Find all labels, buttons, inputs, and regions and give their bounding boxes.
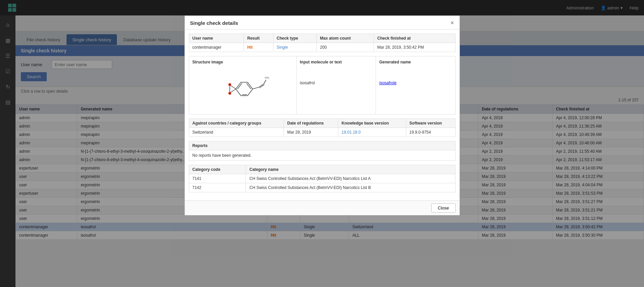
modal-footer: Close bbox=[185, 200, 460, 215]
structure-section: Structure image bbox=[189, 56, 456, 114]
category-code: 7141 bbox=[189, 174, 246, 183]
modal-check-type-val: Single bbox=[273, 43, 316, 52]
modal-username-val: contentmanager bbox=[189, 43, 244, 52]
category-name: CH Swiss Controlled Substances Act (Betm… bbox=[246, 183, 455, 192]
modal-reg-row: Switzerland Mar 28, 2019 19.01.18.0 19.9… bbox=[189, 128, 455, 137]
input-mol-cell: Input molecule or text isosafrol bbox=[297, 56, 376, 114]
modal-reg-col-kb: Knowledge base version bbox=[338, 119, 406, 128]
modal-details-table: User name Result Check type Max atom cou… bbox=[189, 34, 456, 52]
modal-reg-col-countries: Against countries / category groups bbox=[189, 119, 284, 128]
reports-title: Reports bbox=[189, 141, 455, 150]
svg-point-10 bbox=[228, 83, 231, 86]
modal-cat-col-name: Category name bbox=[246, 165, 455, 174]
reports-section: Reports No reports have been generated. bbox=[189, 141, 456, 161]
reports-body: No reports have been generated. bbox=[189, 150, 455, 160]
svg-line-13 bbox=[253, 87, 259, 89]
molecule-svg: CH 3 bbox=[216, 67, 269, 111]
modal: Single check details × User name Result … bbox=[184, 15, 460, 216]
modal-reg-countries-val: Switzerland bbox=[189, 128, 284, 137]
category-name: CH Swiss Controlled Substances Act (Betm… bbox=[246, 174, 455, 183]
modal-header: Single check details × bbox=[185, 16, 460, 30]
modal-body: User name Result Check type Max atom cou… bbox=[185, 30, 460, 200]
structure-image-area: CH 3 bbox=[192, 67, 293, 111]
svg-marker-4 bbox=[236, 82, 253, 96]
modal-categories-table: Category code Category name 7141CH Swiss… bbox=[189, 165, 456, 192]
modal-reg-kb-val: 19.01.18.0 bbox=[338, 128, 406, 137]
modal-col-check-type: Check type bbox=[273, 34, 316, 43]
svg-text:CH: CH bbox=[265, 76, 269, 79]
reports-empty-msg: No reports have been generated. bbox=[192, 153, 252, 158]
modal-regulation-table: Against countries / category groups Date… bbox=[189, 118, 456, 137]
modal-reg-col-sw: Software version bbox=[406, 119, 455, 128]
category-row: 7142CH Swiss Controlled Substances Act (… bbox=[189, 183, 455, 192]
modal-col-result: Result bbox=[244, 34, 273, 43]
modal-check-finished-val: Mar 28, 2019, 3:50:42 PM bbox=[374, 43, 455, 52]
structure-label: Structure image bbox=[192, 60, 293, 64]
modal-reg-col-date: Date of regulations bbox=[284, 119, 338, 128]
input-mol-value: isosafrol bbox=[300, 67, 373, 85]
gen-name-value: isosafrole bbox=[379, 67, 452, 85]
modal-col-max-atom: Max atom count bbox=[316, 34, 374, 43]
gen-name-cell: Generated name isosafrole bbox=[376, 56, 455, 114]
categories-body: 7141CH Swiss Controlled Substances Act (… bbox=[189, 174, 455, 192]
modal-details-header: User name Result Check type Max atom cou… bbox=[189, 34, 455, 43]
modal-reg-sw-val: 19.9.0-9754 bbox=[406, 128, 455, 137]
modal-cat-header: Category code Category name bbox=[189, 165, 455, 174]
modal-close-button[interactable]: × bbox=[450, 20, 454, 26]
modal-title: Single check details bbox=[190, 20, 238, 26]
input-mol-label: Input molecule or text bbox=[300, 60, 373, 64]
svg-point-11 bbox=[228, 92, 231, 95]
modal-cat-col-code: Category code bbox=[189, 165, 246, 174]
svg-line-9 bbox=[231, 89, 236, 92]
svg-text:3: 3 bbox=[269, 78, 269, 80]
modal-reg-header: Against countries / category groups Date… bbox=[189, 119, 455, 128]
modal-overlay: Single check details × User name Result … bbox=[0, 0, 644, 287]
category-code: 7142 bbox=[189, 183, 246, 192]
modal-result-val: Hit bbox=[244, 43, 273, 52]
gen-name-label: Generated name bbox=[379, 60, 452, 64]
modal-col-username: User name bbox=[189, 34, 244, 43]
svg-line-8 bbox=[231, 86, 236, 89]
category-row: 7141CH Swiss Controlled Substances Act (… bbox=[189, 174, 455, 183]
modal-reg-date-val: Mar 28, 2019 bbox=[284, 128, 338, 137]
close-button[interactable]: Close bbox=[431, 203, 455, 212]
structure-image-cell: Structure image bbox=[189, 56, 297, 114]
modal-col-check-finished: Check finished at bbox=[374, 34, 455, 43]
modal-max-atom-val: 200 bbox=[316, 43, 374, 52]
modal-details-row: contentmanager Hit Single 200 Mar 28, 20… bbox=[189, 43, 455, 52]
svg-line-16 bbox=[264, 80, 266, 84]
